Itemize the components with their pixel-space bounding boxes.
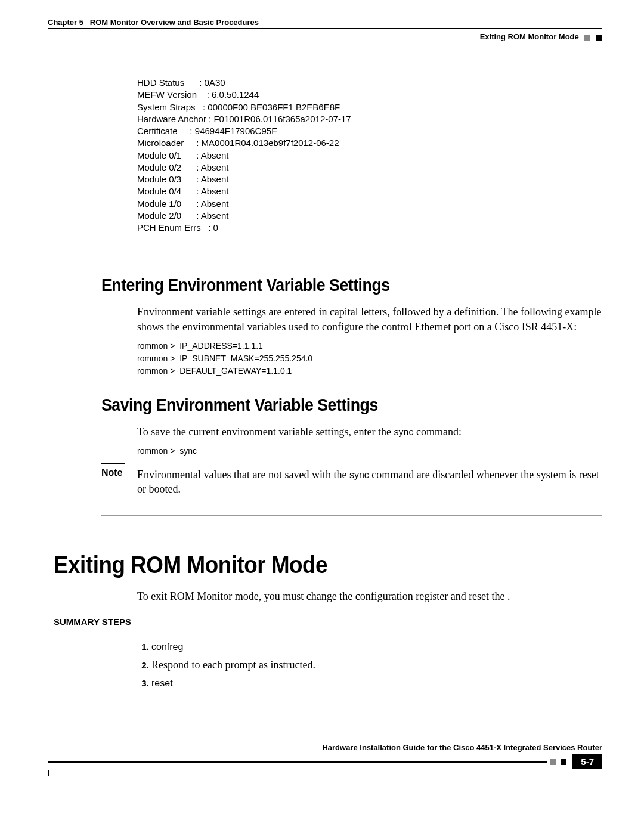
inline-command: sync: [394, 427, 414, 437]
body-text: Environment variable settings are entere…: [137, 305, 602, 334]
square-marker-icon: [596, 35, 602, 41]
system-status-output: HDD Status : 0A30 MEFW Version : 6.0.50.…: [137, 77, 602, 234]
list-item: confreg: [151, 637, 602, 656]
square-marker-icon: [550, 759, 556, 765]
square-marker-icon: [584, 35, 590, 41]
command-example: rommon > sync: [137, 445, 602, 457]
section-heading-exiting: Exiting ROM Monitor Mode: [54, 552, 558, 578]
note-block: Note Environmental values that are not s…: [101, 463, 602, 516]
note-label: Note: [101, 467, 124, 478]
note-rule: [101, 515, 602, 516]
section-heading-saving: Saving Environment Variable Settings: [101, 395, 562, 415]
header-rule: [48, 28, 602, 29]
note-rule: [101, 463, 125, 464]
step-command: confreg: [151, 642, 183, 652]
footer-doc-title: Hardware Installation Guide for the Cisc…: [48, 743, 602, 752]
inline-command: sync: [349, 470, 369, 480]
chapter-title: ROM Monitor Overview and Basic Procedure…: [90, 18, 259, 27]
command-example: rommon > IP_ADDRESS=1.1.1.1 rommon > IP_…: [137, 340, 602, 377]
page-footer: Hardware Installation Guide for the Cisc…: [48, 743, 602, 769]
square-marker-icon: [561, 759, 566, 765]
summary-steps-list: confreg Respond to each prompt as instru…: [137, 637, 602, 692]
header-breadcrumb: Exiting ROM Monitor Mode: [48, 32, 602, 41]
running-header: Chapter 5 ROM Monitor Overview and Basic…: [48, 18, 602, 27]
step-command: reset: [151, 678, 173, 688]
body-text: To exit ROM Monitor mode, you must chang…: [137, 589, 602, 603]
page-number: 5-7: [572, 754, 602, 769]
section-heading-entering: Entering Environment Variable Settings: [101, 275, 562, 295]
list-item: reset: [151, 674, 602, 692]
footer-rule: [48, 761, 547, 763]
chapter-label: Chapter 5: [48, 18, 83, 27]
crop-mark-icon: [48, 770, 49, 776]
note-text: Environmental values that are not saved …: [137, 467, 602, 497]
step-text: Respond to each prompt as instructed.: [151, 659, 315, 671]
list-item: Respond to each prompt as instructed.: [151, 656, 602, 674]
body-text: To save the current environment variable…: [137, 425, 602, 439]
summary-steps-label: SUMMARY STEPS: [54, 617, 602, 627]
